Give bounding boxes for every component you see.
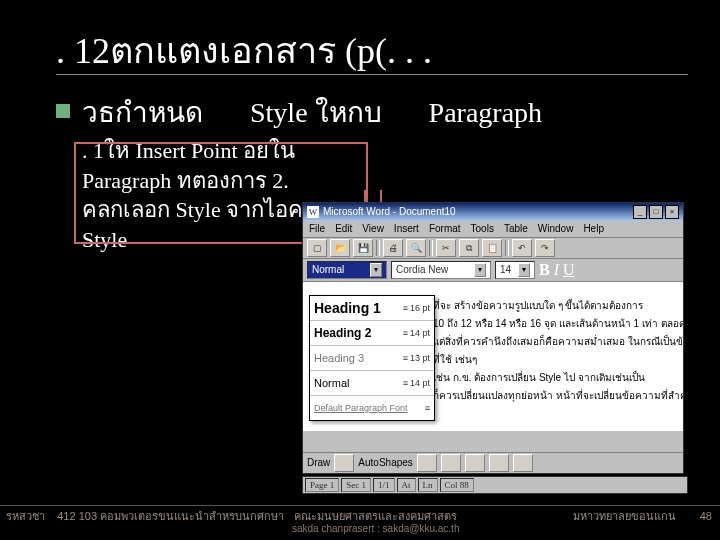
format-toolbar: Normal▾ Cordia New▾ 14▾ B I U — [303, 259, 683, 282]
menu-edit[interactable]: Edit — [335, 221, 352, 237]
cut-icon[interactable]: ✂ — [436, 239, 456, 257]
title-rule — [56, 74, 688, 75]
sub-c: Paragraph — [429, 97, 543, 128]
subtitle: วธกำหนด Style ใหกบ Paragraph — [82, 90, 542, 134]
open-icon[interactable]: 📂 — [330, 239, 350, 257]
minimize-button[interactable]: _ — [633, 205, 647, 219]
status-pages: 1/1 — [373, 478, 395, 492]
title-text-a: . 12ตกแตงเอกสาร — [56, 31, 336, 71]
status-bar: Page 1 Sec 1 1/1 At Ln Col 88 — [302, 476, 688, 494]
doc-line: เช่น ก.ข. ต้องการเปลี่ยน Style ไป จากเดิ… — [433, 371, 673, 385]
slide: . 12ตกแตงเอกสาร (p(. . . วธกำหนด Style ใ… — [0, 0, 720, 540]
chevron-down-icon[interactable]: ▾ — [474, 263, 486, 277]
status-col: Col 88 — [440, 478, 474, 492]
separator — [376, 240, 380, 256]
paste-icon[interactable]: 📋 — [482, 239, 502, 257]
save-icon[interactable]: 💾 — [353, 239, 373, 257]
footer-right: มหาวทยาลยขอนแกน — [573, 510, 676, 523]
status-sec: Sec 1 — [341, 478, 371, 492]
doc-line: ก็ควรเปลี่ยนแปลงทุกย่อหน้า หน้าที่จะเปลี… — [433, 389, 673, 403]
status-at: At — [397, 478, 416, 492]
style-option-h2[interactable]: Heading 214 pt — [310, 321, 434, 346]
footer-center: คณะมนษยศาสตรและสงคมศาสตร sakda chanprase… — [292, 510, 459, 535]
view-toolbar — [303, 430, 683, 453]
select-icon[interactable] — [334, 454, 354, 472]
page-title: . 12ตกแตงเอกสาร (p(. . . — [56, 22, 432, 79]
doc-line: แต่สิ่งที่ควรคำนึงถึงเสมอก็คือความสม่ำเส… — [433, 335, 673, 349]
new-icon[interactable]: ▢ — [307, 239, 327, 257]
bullet-icon — [56, 104, 70, 118]
menu-format[interactable]: Format — [429, 221, 461, 237]
separator — [505, 240, 509, 256]
font-combo[interactable]: Cordia New▾ — [391, 261, 491, 279]
menu-bar[interactable]: File Edit View Insert Format Tools Table… — [303, 221, 683, 238]
style-option-default[interactable]: Default Paragraph Font — [310, 396, 434, 420]
window-title: Microsoft Word - Document10 — [323, 207, 456, 217]
underline-icon[interactable]: U — [563, 261, 575, 279]
menu-window[interactable]: Window — [538, 221, 574, 237]
title-text-b: (p(. . . — [345, 31, 432, 71]
bold-icon[interactable]: B — [539, 261, 550, 279]
footer-left: รหสวชา 412 103 คอมพวเตอรขนแนะนำสำหรบนกศก… — [6, 510, 284, 523]
print-icon[interactable]: 🖨 — [383, 239, 403, 257]
redo-icon[interactable]: ↷ — [535, 239, 555, 257]
status-ln: Ln — [418, 478, 438, 492]
italic-icon[interactable]: I — [554, 261, 559, 279]
style-dropdown[interactable]: Heading 116 pt Heading 214 pt Heading 31… — [309, 295, 435, 421]
menu-view[interactable]: View — [362, 221, 384, 237]
close-button[interactable]: × — [665, 205, 679, 219]
arrow-icon[interactable] — [441, 454, 461, 472]
draw-label[interactable]: Draw — [307, 458, 330, 468]
rect-icon[interactable] — [465, 454, 485, 472]
textbox-icon[interactable] — [513, 454, 533, 472]
menu-insert[interactable]: Insert — [394, 221, 419, 237]
autoshapes-label[interactable]: AutoShapes — [358, 458, 413, 468]
standard-toolbar: ▢ 📂 💾 🖨 🔍 ✂ ⧉ 📋 ↶ ↷ — [303, 238, 683, 259]
chevron-down-icon[interactable]: ▾ — [370, 263, 382, 277]
oval-icon[interactable] — [489, 454, 509, 472]
chevron-down-icon[interactable]: ▾ — [518, 263, 530, 277]
sub-a: วธกำหนด — [82, 97, 203, 128]
word-window: W Microsoft Word - Document10 _ □ × File… — [302, 202, 684, 474]
size-combo[interactable]: 14▾ — [495, 261, 535, 279]
style-combo[interactable]: Normal▾ — [307, 261, 387, 279]
menu-help[interactable]: Help — [583, 221, 604, 237]
separator — [429, 240, 433, 256]
menu-file[interactable]: File — [309, 221, 325, 237]
menu-table[interactable]: Table — [504, 221, 528, 237]
style-option-normal[interactable]: Normal14 pt — [310, 371, 434, 396]
style-option-h1[interactable]: Heading 116 pt — [310, 296, 434, 321]
window-titlebar: W Microsoft Word - Document10 _ □ × — [303, 203, 683, 221]
preview-icon[interactable]: 🔍 — [406, 239, 426, 257]
style-option-h3[interactable]: Heading 313 pt — [310, 346, 434, 371]
undo-icon[interactable]: ↶ — [512, 239, 532, 257]
copy-icon[interactable]: ⧉ — [459, 239, 479, 257]
doc-line: ที่ใช้ เช่นๆ — [433, 353, 673, 367]
slide-footer: รหสวชา 412 103 คอมพวเตอรขนแนะนำสำหรบนกศก… — [0, 505, 720, 540]
maximize-button[interactable]: □ — [649, 205, 663, 219]
page-number: 48 — [700, 510, 712, 523]
line-icon[interactable] — [417, 454, 437, 472]
app-icon: W — [307, 206, 319, 218]
status-page: Page 1 — [305, 478, 339, 492]
doc-line: ที่จะ สร้างข้อความรูปแบบใด ๆ ขึ้นได้ตามต… — [433, 299, 673, 313]
draw-toolbar: Draw AutoShapes — [303, 452, 683, 473]
doc-line: 10 ถึง 12 หรือ 14 หรือ 16 จุด และเส้นด้า… — [433, 317, 673, 331]
menu-tools[interactable]: Tools — [471, 221, 494, 237]
sub-b: Style ใหกบ — [250, 97, 382, 128]
